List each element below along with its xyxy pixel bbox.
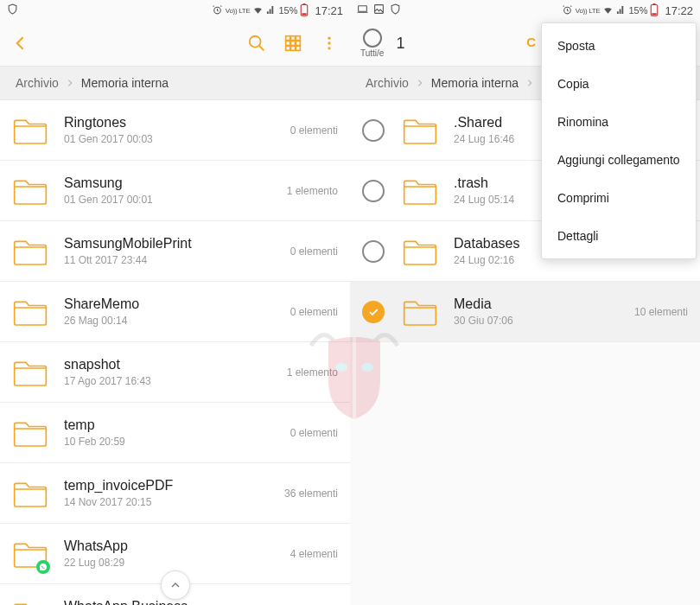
folder-date: 01 Gen 2017 00:03: [64, 133, 283, 145]
folder-row[interactable]: snapshot 17 Ago 2017 16:43 1 elemento: [0, 342, 350, 403]
back-button[interactable]: [10, 33, 31, 54]
battery-icon: [300, 3, 309, 18]
breadcrumb-current: Memoria interna: [81, 76, 169, 90]
folder-name: WhatsApp: [64, 538, 283, 554]
folder-name: ShareMemo: [64, 296, 283, 312]
scroll-to-top-button[interactable]: [161, 570, 190, 600]
screen-selection-mode: Vo)) LTE 15% 17:22 Tutti/e 1 C: [350, 0, 700, 605]
status-bar: Vo)) LTE 15% 17:21: [0, 0, 350, 21]
folder-name: temp_invoicePDF: [64, 478, 277, 494]
folder-row[interactable]: ShareMemo 26 Mag 00:14 0 elementi: [0, 282, 350, 342]
folder-date: 11 Ott 2017 23:44: [64, 254, 283, 266]
svg-rect-8: [286, 41, 290, 46]
folder-name: SamsungMobilePrint: [64, 236, 283, 252]
folder-row[interactable]: Samsung 01 Gen 2017 00:01 1 elemento: [0, 161, 350, 221]
folder-icon: [402, 294, 438, 330]
svg-rect-21: [653, 3, 656, 5]
context-menu-item[interactable]: Sposta: [542, 27, 696, 65]
svg-rect-18: [375, 5, 384, 14]
battery-percent: 15%: [278, 5, 297, 16]
folder-row[interactable]: temp_invoicePDF 14 Nov 2017 20:15 36 ele…: [0, 463, 350, 524]
folder-icon: [402, 233, 438, 270]
folder-row-selectable[interactable]: Media 30 Giu 07:06 10 elementi: [350, 282, 700, 342]
breadcrumb-root[interactable]: Archivio: [366, 76, 409, 90]
chevron-right-icon: [66, 76, 74, 90]
folder-name: Media: [454, 296, 627, 312]
status-bar: Vo)) LTE 15% 17:22: [350, 0, 700, 21]
folder-icon: [12, 354, 48, 391]
alarm-icon: [562, 4, 573, 17]
svg-rect-2: [303, 3, 306, 5]
context-menu-item[interactable]: Dettagli: [542, 217, 696, 255]
row-checkbox[interactable]: [362, 240, 385, 263]
wifi-icon: [252, 4, 264, 17]
folder-date: 01 Gen 2017 00:01: [64, 194, 280, 206]
folder-item-count: 4 elementi: [283, 548, 338, 560]
folder-icon: [402, 173, 438, 209]
folder-item-count: 1 elemento: [280, 366, 338, 379]
svg-rect-10: [296, 41, 300, 46]
folder-item-count: 0 elementi: [283, 306, 338, 318]
folder-icon: [12, 475, 48, 512]
folder-item-count: 36 elementi: [277, 487, 338, 500]
folder-name: Samsung: [64, 175, 280, 191]
row-checkbox[interactable]: [362, 119, 385, 142]
screen-file-browser: Vo)) LTE 15% 17:21: [0, 0, 350, 605]
folder-item-count: 0 elementi: [283, 124, 338, 137]
folder-item-count: 0 elementi: [283, 245, 338, 258]
shield-icon: [7, 3, 18, 17]
folder-date: 26 Mag 00:14: [64, 315, 283, 327]
more-button[interactable]: [319, 33, 340, 54]
svg-rect-12: [291, 46, 296, 50]
search-button[interactable]: [246, 33, 267, 54]
svg-rect-11: [286, 46, 290, 50]
select-all-label: Tutti/e: [360, 48, 384, 58]
alarm-icon: [212, 4, 223, 17]
folder-name: Ringtones: [64, 115, 283, 131]
context-menu-item[interactable]: Comprimi: [542, 179, 696, 217]
overflow-hint: C: [526, 35, 536, 49]
folder-row[interactable]: Ringtones 01 Gen 2017 00:03 0 elementi: [0, 100, 350, 161]
svg-point-16: [328, 47, 330, 49]
breadcrumb[interactable]: Archivio Memoria interna: [0, 66, 350, 100]
chevron-right-icon: [525, 76, 534, 90]
folder-icon: [12, 536, 48, 572]
file-list[interactable]: Ringtones 01 Gen 2017 00:03 0 elementi S…: [0, 100, 350, 605]
folder-item-count: 1 elemento: [280, 185, 338, 197]
svg-rect-7: [296, 36, 300, 41]
select-all-toggle[interactable]: Tutti/e: [360, 29, 384, 58]
folder-icon: [12, 112, 48, 149]
context-menu-item[interactable]: Rinomina: [542, 103, 696, 141]
laptop-icon: [357, 3, 368, 17]
context-menu-item[interactable]: Aggiungi collegamento: [542, 141, 696, 179]
svg-rect-17: [359, 6, 367, 12]
folder-row[interactable]: temp 10 Feb 20:59 0 elementi: [0, 403, 350, 463]
folder-date: 17 Ago 2017 16:43: [64, 375, 280, 387]
network-label: Vo)) LTE: [226, 7, 251, 15]
svg-point-15: [328, 41, 330, 44]
row-checkbox[interactable]: [362, 301, 385, 323]
folder-item-count: 0 elementi: [283, 427, 338, 439]
folder-row[interactable]: SamsungMobilePrint 11 Ott 2017 23:44 0 e…: [0, 221, 350, 282]
context-menu-item[interactable]: Copia: [542, 65, 696, 103]
wifi-icon: [602, 4, 614, 17]
image-icon: [373, 3, 385, 17]
folder-name: WhatsApp Business: [64, 599, 280, 605]
battery-icon: [650, 3, 659, 18]
svg-rect-22: [652, 13, 657, 15]
folder-date: 30 Giu 07:06: [454, 315, 627, 327]
folder-date: 22 Lug 08:29: [64, 557, 283, 569]
chevron-right-icon: [416, 76, 424, 90]
select-all-checkbox[interactable]: [363, 29, 382, 48]
network-label: Vo)) LTE: [576, 7, 601, 15]
row-checkbox[interactable]: [362, 180, 385, 202]
svg-rect-6: [291, 36, 296, 41]
svg-rect-5: [286, 36, 290, 41]
svg-point-14: [328, 37, 330, 40]
signal-icon: [616, 5, 626, 16]
folder-icon: [12, 173, 48, 209]
svg-rect-3: [302, 13, 307, 15]
battery-percent: 15%: [628, 5, 647, 16]
view-grid-button[interactable]: [283, 33, 303, 54]
breadcrumb-root[interactable]: Archivio: [16, 76, 59, 90]
